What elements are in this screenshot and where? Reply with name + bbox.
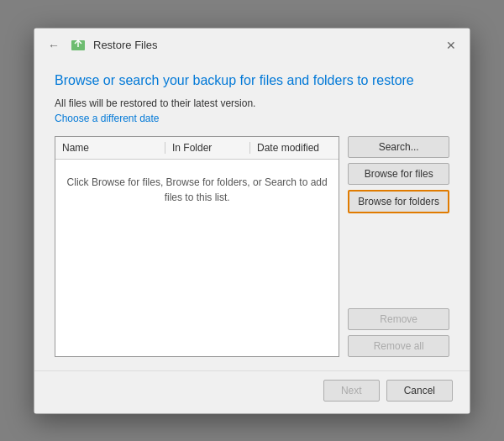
browse-folders-button[interactable]: Browse for folders <box>348 190 449 213</box>
remove-button[interactable]: Remove <box>348 308 449 330</box>
cancel-button[interactable]: Cancel <box>386 380 453 402</box>
restore-files-dialog: ← Restore Files ✕ Browse or search your … <box>34 28 470 414</box>
button-spacer <box>348 218 449 302</box>
subtitle: All files will be restored to their late… <box>55 97 449 109</box>
choose-date-link[interactable]: Choose a different date <box>55 113 449 124</box>
file-list-header: Name In Folder Date modified <box>55 137 339 160</box>
dialog-content: Browse or search your backup for files a… <box>34 59 470 370</box>
col-folder-header: In Folder <box>165 140 249 155</box>
col-name-header: Name <box>55 140 165 155</box>
restore-icon <box>70 37 87 54</box>
remove-all-button[interactable]: Remove all <box>348 335 449 357</box>
dialog-title: Restore Files <box>93 39 158 51</box>
file-list-body: Click Browse for files, Browse for folde… <box>55 160 339 355</box>
main-heading: Browse or search your backup for files a… <box>55 72 449 90</box>
main-area: Name In Folder Date modified Click Brows… <box>55 136 449 356</box>
dialog-footer: Next Cancel <box>34 370 470 413</box>
search-button[interactable]: Search... <box>348 136 449 158</box>
browse-files-button[interactable]: Browse for files <box>348 163 449 185</box>
title-bar: ← Restore Files ✕ <box>34 29 470 59</box>
back-button[interactable]: ← <box>45 37 63 54</box>
file-list-container: Name In Folder Date modified Click Brows… <box>55 136 339 356</box>
buttons-panel: Search... Browse for files Browse for fo… <box>348 136 449 356</box>
title-bar-left: ← Restore Files <box>45 37 158 54</box>
next-button[interactable]: Next <box>323 380 380 402</box>
col-date-header: Date modified <box>250 140 339 155</box>
close-button[interactable]: ✕ <box>443 37 459 54</box>
empty-message: Click Browse for files, Browse for folde… <box>62 166 332 205</box>
